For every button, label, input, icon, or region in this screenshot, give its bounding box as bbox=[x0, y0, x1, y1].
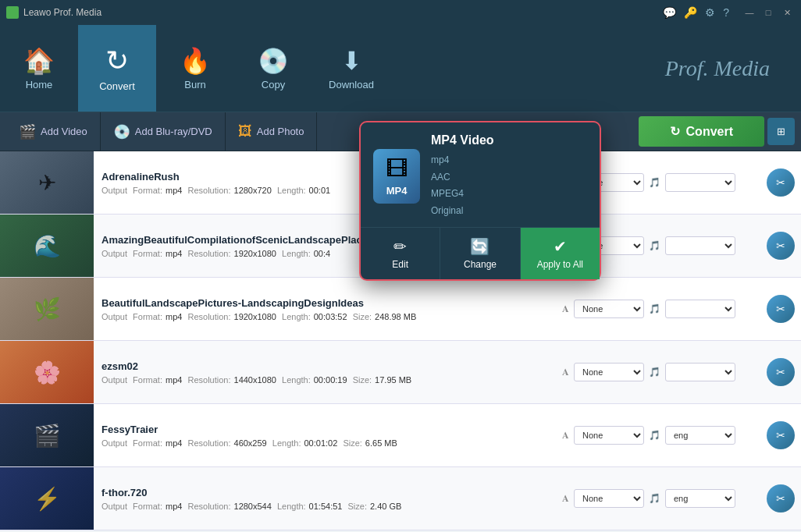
audio-select[interactable] bbox=[665, 236, 735, 255]
nav-home[interactable]: 🏠 Home bbox=[0, 25, 78, 112]
video-edit-button[interactable]: ✂ bbox=[767, 484, 795, 512]
add-bluray-label: Add Blu-ray/DVD bbox=[135, 126, 212, 137]
audio-select[interactable] bbox=[665, 300, 735, 318]
scissors-icon: ✂ bbox=[776, 176, 785, 189]
popup-icon-label: MP4 bbox=[386, 185, 408, 197]
burn-icon: 🔥 bbox=[180, 46, 211, 76]
audio-select[interactable] bbox=[665, 363, 735, 381]
popup-change-button[interactable]: 🔄 Change bbox=[440, 228, 520, 279]
subtitle-select[interactable]: None bbox=[574, 363, 644, 381]
popup-format-video: MPEG4 bbox=[431, 186, 494, 203]
video-thumbnail: ✈ bbox=[0, 151, 94, 214]
window-controls: — □ ✕ bbox=[742, 5, 795, 20]
audio-icon: 🎵 bbox=[649, 430, 660, 441]
popup-apply-all-button[interactable]: ✔ Apply to All bbox=[521, 228, 600, 279]
subtitle-select[interactable]: None bbox=[574, 426, 644, 445]
video-edit-area: ✂ bbox=[760, 404, 801, 466]
video-edit-area: ✂ bbox=[760, 278, 801, 340]
video-meta: Output Format:mp4 Resolution:1920x1080 L… bbox=[101, 312, 550, 321]
audio-select[interactable]: eng bbox=[665, 489, 735, 508]
video-meta: Output Format:mp4 Resolution:1440x1080 L… bbox=[101, 375, 550, 385]
scissors-icon: ✂ bbox=[776, 429, 785, 442]
video-name: f-thor.720 bbox=[101, 487, 550, 498]
add-photo-icon: 🖼 bbox=[238, 123, 252, 140]
message-icon[interactable]: 💬 bbox=[663, 6, 676, 19]
video-item: 🌿 BeautifulLandscapePictures-Landscaping… bbox=[0, 278, 801, 341]
nav-copy[interactable]: 💿 Copy bbox=[234, 25, 312, 112]
subtitle-icon: 𝐀 bbox=[562, 430, 569, 441]
nav-burn[interactable]: 🔥 Burn bbox=[156, 25, 234, 112]
video-controls: 𝐀 None 🎵 eng bbox=[557, 467, 760, 530]
popup-format-codec: AAC bbox=[431, 169, 494, 186]
subtitle-select[interactable]: None bbox=[574, 300, 644, 318]
video-edit-area: ✂ bbox=[760, 467, 801, 530]
video-name: ezsm02 bbox=[101, 360, 550, 372]
subtitle-icon: 𝐀 bbox=[562, 367, 569, 378]
audio-select[interactable]: eng bbox=[665, 426, 735, 445]
video-thumbnail: 🌊 bbox=[0, 215, 94, 277]
add-photo-label: Add Photo bbox=[257, 126, 304, 137]
video-edit-area: ✂ bbox=[760, 215, 801, 277]
video-controls: 𝐀 None 🎵 eng bbox=[557, 404, 760, 466]
grid-icon: ⊞ bbox=[777, 126, 785, 137]
scissors-icon: ✂ bbox=[776, 303, 785, 315]
video-edit-button[interactable]: ✂ bbox=[767, 168, 795, 197]
copy-icon: 💿 bbox=[258, 46, 289, 76]
popup-change-label: Change bbox=[464, 259, 497, 270]
maximize-button[interactable]: □ bbox=[760, 5, 776, 20]
nav-download[interactable]: ⬇ Download bbox=[312, 25, 390, 112]
video-meta: Output Format:mp4 Resolution:1280x544 Le… bbox=[101, 502, 550, 511]
convert-button[interactable]: ↻ Convert bbox=[639, 116, 764, 147]
popup-format-audio: Original bbox=[431, 203, 494, 220]
add-photo-button[interactable]: 🖼 Add Photo bbox=[226, 112, 318, 151]
video-edit-button[interactable]: ✂ bbox=[767, 421, 795, 449]
video-edit-button[interactable]: ✂ bbox=[767, 295, 795, 323]
popup-format-icon: 🎞 MP4 bbox=[373, 149, 420, 204]
popup-format-type: mp4 bbox=[431, 152, 494, 169]
app-title: Leawo Prof. Media bbox=[23, 7, 663, 18]
video-info: BeautifulLandscapePictures-LandscapingDe… bbox=[94, 278, 557, 340]
audio-icon: 🎵 bbox=[649, 177, 660, 188]
video-edit-button[interactable]: ✂ bbox=[767, 358, 795, 386]
popup-actions: ✏ Edit 🔄 Change ✔ Apply to All bbox=[361, 227, 600, 279]
video-name: BeautifulLandscapePictures-LandscapingDe… bbox=[101, 297, 550, 309]
subtitle-icon: 𝐀 bbox=[562, 303, 569, 314]
video-info: FessyTraier Output Format:mp4 Resolution… bbox=[94, 404, 557, 466]
scissors-icon: ✂ bbox=[776, 492, 785, 505]
audio-icon: 🎵 bbox=[649, 303, 660, 314]
check-icon: ✔ bbox=[554, 237, 567, 256]
key-icon[interactable]: 🔑 bbox=[684, 6, 697, 19]
subtitle-icon: 𝐀 bbox=[562, 493, 569, 504]
convert-refresh-icon: ↻ bbox=[670, 124, 680, 139]
popup-apply-all-label: Apply to All bbox=[537, 259, 583, 270]
video-thumbnail: 🌸 bbox=[0, 341, 94, 403]
video-edit-area: ✂ bbox=[760, 341, 801, 403]
add-video-button[interactable]: 🎬 Add Video bbox=[6, 112, 101, 151]
audio-icon: 🎵 bbox=[649, 367, 660, 378]
audio-icon: 🎵 bbox=[649, 493, 660, 504]
minimize-button[interactable]: — bbox=[742, 5, 757, 20]
layout-settings-button[interactable]: ⊞ bbox=[767, 118, 795, 145]
format-popup: 🎞 MP4 MP4 Video mp4 AAC MPEG4 Original ✏… bbox=[359, 121, 601, 281]
help-icon[interactable]: ? bbox=[723, 6, 729, 19]
nav-copy-label: Copy bbox=[262, 79, 285, 90]
settings-icon[interactable]: ⚙ bbox=[705, 6, 715, 19]
video-meta: Output Format:mp4 Resolution:460x259 Len… bbox=[101, 438, 550, 448]
nav-home-label: Home bbox=[26, 79, 53, 90]
home-icon: 🏠 bbox=[23, 46, 55, 76]
add-bluray-button[interactable]: 💿 Add Blu-ray/DVD bbox=[101, 112, 226, 151]
audio-select[interactable] bbox=[665, 173, 735, 192]
video-thumbnail: ⚡ bbox=[0, 467, 94, 530]
nav-convert[interactable]: ↻ Convert bbox=[78, 25, 156, 112]
popup-edit-button[interactable]: ✏ Edit bbox=[361, 228, 440, 279]
brand-text: Prof. Media bbox=[665, 56, 770, 81]
video-item: 🎬 FessyTraier Output Format:mp4 Resoluti… bbox=[0, 404, 801, 467]
close-button[interactable]: ✕ bbox=[779, 5, 795, 20]
download-icon: ⬇ bbox=[341, 46, 362, 76]
video-info: f-thor.720 Output Format:mp4 Resolution:… bbox=[94, 467, 557, 530]
video-edit-button[interactable]: ✂ bbox=[767, 232, 795, 260]
video-info: ezsm02 Output Format:mp4 Resolution:1440… bbox=[94, 341, 557, 403]
subtitle-select[interactable]: None bbox=[574, 489, 644, 508]
change-icon: 🔄 bbox=[470, 237, 490, 256]
popup-header: 🎞 MP4 MP4 Video mp4 AAC MPEG4 Original bbox=[361, 122, 600, 227]
